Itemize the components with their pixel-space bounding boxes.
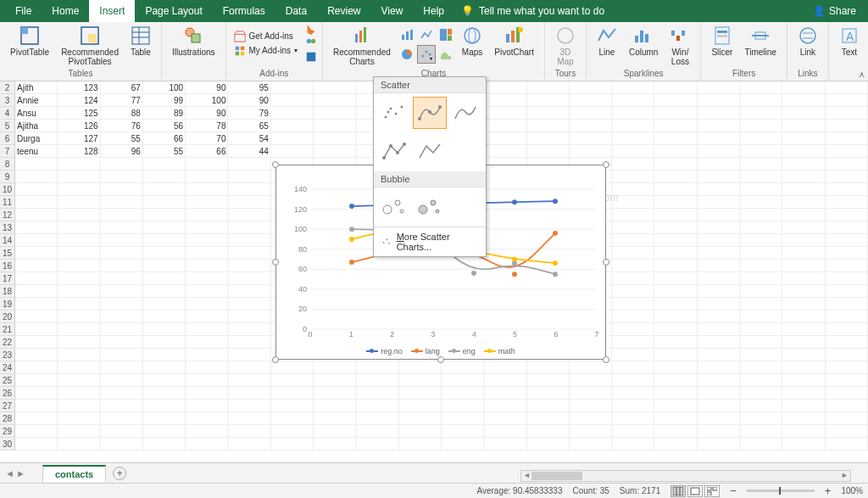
text-button[interactable]: A Text (834, 24, 865, 59)
row-header[interactable]: 24 (0, 361, 15, 374)
resize-handle[interactable] (272, 259, 279, 266)
scatter-straight-button[interactable] (413, 136, 447, 168)
row-header[interactable]: 28 (0, 412, 15, 425)
my-addins-button[interactable]: My Add-ins ▾ (231, 44, 300, 58)
bubble-button[interactable] (377, 191, 411, 223)
add-sheet-button[interactable]: + (113, 467, 126, 480)
tab-view[interactable]: View (371, 0, 414, 22)
cell[interactable]: 96 (101, 145, 143, 158)
row-header[interactable]: 20 (0, 311, 15, 323)
row-header[interactable]: 12 (0, 209, 15, 221)
row-header[interactable]: 14 (0, 234, 15, 247)
visio-icon[interactable] (305, 51, 317, 63)
cell[interactable]: 88 (101, 107, 143, 120)
row-header[interactable]: 30 (0, 438, 15, 450)
cell[interactable]: 54 (228, 132, 270, 145)
row-header[interactable]: 29 (0, 425, 15, 438)
resize-handle[interactable] (603, 259, 609, 266)
people-graph-icon[interactable] (305, 37, 317, 49)
cell[interactable]: 128 (58, 145, 100, 158)
cell[interactable]: 89 (143, 107, 186, 120)
tab-data[interactable]: Data (275, 0, 317, 22)
row-header[interactable]: 13 (0, 221, 15, 234)
scatter-chart-button[interactable]: ▾ (417, 45, 436, 64)
cell[interactable]: Durga (15, 132, 58, 145)
row-header[interactable]: 17 (0, 272, 15, 285)
cell[interactable]: Ajitha (15, 120, 58, 132)
get-addins-button[interactable]: Get Add-ins (231, 30, 300, 43)
3d-map-button[interactable]: 3D Map (550, 24, 581, 68)
cell[interactable]: 70 (186, 132, 228, 145)
cell[interactable]: 77 (101, 94, 143, 107)
scatter-smooth-markers-button[interactable] (413, 97, 447, 129)
row-header[interactable]: 25 (0, 374, 15, 387)
collapse-ribbon-icon[interactable]: ⋏ (859, 70, 865, 79)
resize-handle[interactable] (603, 161, 609, 168)
cell[interactable]: 79 (228, 107, 270, 120)
cell[interactable]: 126 (58, 120, 100, 132)
resize-handle[interactable] (437, 356, 444, 363)
row-header[interactable]: 27 (0, 400, 15, 412)
cell[interactable]: 90 (186, 81, 228, 94)
cell[interactable]: 124 (58, 94, 100, 107)
cell[interactable]: 55 (143, 145, 186, 158)
row-header[interactable]: 15 (0, 247, 15, 260)
cell[interactable]: teenu (15, 145, 58, 158)
cell[interactable]: Ansu (15, 107, 58, 120)
cell[interactable]: 90 (186, 107, 228, 120)
tab-formulas[interactable]: Formulas (213, 0, 275, 22)
treemap-chart-button[interactable] (437, 25, 455, 44)
row-header[interactable]: 7 (0, 145, 15, 158)
timeline-button[interactable]: Timeline (739, 24, 781, 59)
link-button[interactable]: Link (793, 24, 823, 59)
tab-help[interactable]: Help (413, 0, 454, 22)
share-button[interactable]: 👤 Share (806, 0, 863, 22)
pie-chart-button[interactable] (398, 45, 416, 64)
cell[interactable]: 100 (143, 81, 186, 94)
illustrations-button[interactable]: Illustrations (167, 24, 220, 59)
row-header[interactable]: 23 (0, 349, 15, 361)
sheet-tab-contacts[interactable]: contacts (42, 465, 106, 482)
page-layout-view-button[interactable] (687, 485, 703, 497)
scatter-straight-markers-button[interactable] (377, 136, 411, 168)
row-header[interactable]: 11 (0, 196, 15, 209)
cell[interactable]: 55 (101, 132, 143, 145)
cell[interactable]: 95 (228, 81, 270, 94)
tell-me-search[interactable]: 💡 Tell me what you want to do (454, 0, 611, 22)
recommended-charts-button[interactable]: Recommended Charts (328, 24, 396, 68)
cell[interactable]: 67 (101, 81, 143, 94)
row-header[interactable]: 16 (0, 260, 15, 272)
tab-review[interactable]: Review (317, 0, 370, 22)
cell[interactable]: 123 (58, 81, 100, 94)
cell[interactable]: 56 (143, 120, 186, 132)
tab-page-layout[interactable]: Page Layout (135, 0, 212, 22)
cell[interactable]: 99 (143, 94, 186, 107)
sparkline-column-button[interactable]: Column (624, 24, 663, 59)
tab-insert[interactable]: Insert (89, 0, 135, 22)
cell[interactable]: 125 (58, 107, 100, 120)
zoom-out-button[interactable]: − (730, 484, 737, 497)
prev-sheet-icon[interactable]: ◄ (5, 468, 14, 478)
maps-button[interactable]: Maps (457, 24, 487, 59)
cell[interactable]: 127 (58, 132, 100, 145)
cell[interactable]: Annie (15, 94, 58, 107)
cell[interactable]: 44 (228, 145, 270, 158)
pivot-table-button[interactable]: PivotTable (5, 24, 54, 59)
row-header[interactable]: 21 (0, 323, 15, 336)
cell[interactable]: 90 (228, 94, 270, 107)
next-sheet-icon[interactable]: ► (16, 468, 25, 478)
bubble-3d-button[interactable] (413, 191, 447, 223)
cell[interactable]: 100 (186, 94, 228, 107)
column-chart-button[interactable] (398, 25, 416, 44)
scatter-smooth-button[interactable] (448, 97, 482, 129)
cell[interactable]: 65 (228, 120, 270, 132)
page-break-view-button[interactable] (704, 485, 720, 497)
cell[interactable]: 66 (186, 145, 228, 158)
line-chart-button[interactable] (417, 25, 436, 44)
scatter-only-button[interactable] (377, 97, 411, 129)
zoom-slider[interactable] (747, 490, 815, 492)
row-header[interactable]: 10 (0, 183, 15, 196)
row-header[interactable]: 26 (0, 387, 15, 400)
tab-home[interactable]: Home (42, 0, 89, 22)
scrollbar-thumb[interactable] (531, 472, 582, 480)
